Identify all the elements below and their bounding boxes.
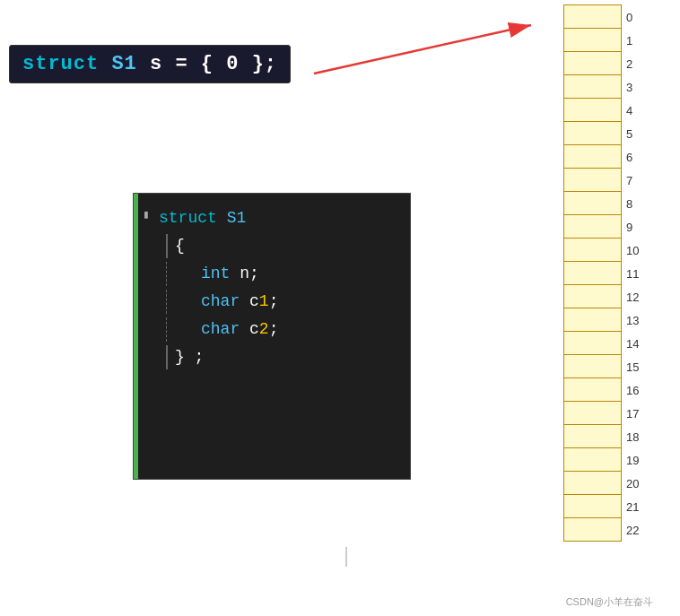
memory-cell-9	[563, 215, 622, 239]
ide-line-char-c2: char c2;	[134, 316, 410, 343]
memory-cell-5	[563, 122, 622, 145]
brace-open-char: {	[175, 237, 185, 255]
memory-cell-16	[563, 378, 622, 402]
memory-index-10: 10	[622, 239, 653, 262]
svg-line-1	[314, 25, 531, 74]
memory-index-21: 21	[622, 495, 653, 518]
keyword-struct: struct	[22, 53, 99, 75]
memory-index-22: 22	[622, 518, 653, 542]
var-n: n;	[240, 265, 259, 282]
semi-c2: ;	[269, 320, 279, 338]
memory-index-7: 7	[622, 169, 653, 192]
semi-c1: ;	[269, 292, 279, 310]
memory-cell-10	[563, 239, 622, 262]
memory-index-4: 4	[622, 99, 653, 122]
memory-index-15: 15	[622, 355, 653, 378]
memory-cell-13	[563, 308, 622, 332]
memory-index-0: 0	[622, 5, 653, 29]
memory-index-16: 16	[622, 378, 653, 402]
memory-cell-11	[563, 262, 622, 285]
ide-member-char-c2: char c2;	[174, 317, 410, 342]
green-bar	[134, 194, 138, 479]
dashed-bar-1	[166, 262, 167, 286]
memory-cell-3	[563, 75, 622, 99]
var-c2: c	[249, 320, 259, 338]
memory-index-9: 9	[622, 215, 653, 239]
memory-cell-22	[563, 518, 622, 542]
ide-line-int-n: int n;	[134, 260, 410, 288]
memory-table: 012345678910111213141516171819202122	[563, 4, 653, 542]
var-c2-num: 2	[259, 320, 269, 338]
memory-cell-19	[563, 448, 622, 472]
memory-cell-12	[563, 285, 622, 308]
memory-index-17: 17	[622, 402, 653, 425]
memory-cell-0	[563, 5, 622, 29]
memory-index-5: 5	[622, 122, 653, 145]
memory-index-1: 1	[622, 29, 653, 52]
ide-line-char-c1: char c1;	[134, 288, 410, 316]
ide-header-content: struct S1	[159, 206, 410, 230]
memory-cell-8	[563, 192, 622, 215]
ide-member-char-c1: char c1;	[174, 290, 410, 314]
memory-indices: 012345678910111213141516171819202122	[622, 4, 653, 542]
memory-cell-14	[563, 332, 622, 355]
memory-cell-21	[563, 495, 622, 518]
var-decl: s = { 0 };	[150, 53, 277, 75]
collapse-icon: ▮	[143, 206, 150, 224]
kw-struct-ide: struct	[159, 209, 217, 227]
var-c1: c	[249, 292, 259, 310]
ide-line-openbrace: {	[134, 232, 410, 260]
top-code-line: struct S1 s = { 0 };	[22, 53, 277, 75]
memory-index-18: 18	[622, 425, 653, 448]
memory-cell-2	[563, 52, 622, 75]
vertical-bar-1	[166, 234, 168, 258]
kw-s1-ide: S1	[227, 209, 247, 227]
var-c1-num: 1	[259, 292, 269, 310]
memory-index-20: 20	[622, 472, 653, 495]
memory-index-8: 8	[622, 192, 653, 215]
memory-index-13: 13	[622, 308, 653, 332]
memory-cell-20	[563, 472, 622, 495]
memory-index-2: 2	[622, 52, 653, 75]
memory-cells	[563, 4, 622, 542]
memory-index-14: 14	[622, 332, 653, 355]
memory-cell-1	[563, 29, 622, 52]
memory-index-12: 12	[622, 285, 653, 308]
memory-cell-15	[563, 355, 622, 378]
ide-brace-open: {	[175, 234, 410, 258]
type-name: S1	[111, 53, 136, 75]
dashed-bar-3	[166, 317, 167, 342]
ide-member-int-n: int n;	[174, 262, 410, 286]
memory-cell-18	[563, 425, 622, 448]
kw-int: int	[201, 265, 230, 282]
brace-close-char: } ;	[175, 348, 204, 366]
text-cursor	[345, 547, 347, 567]
memory-index-3: 3	[622, 75, 653, 99]
ide-code-block: ▮ struct S1 { int n; char c1;	[133, 193, 411, 480]
dashed-bar-2	[166, 290, 167, 314]
ide-line-closebrace: } ;	[134, 343, 410, 371]
vertical-bar-2	[166, 345, 168, 369]
memory-cell-6	[563, 145, 622, 169]
top-code-snippet: struct S1 s = { 0 };	[9, 45, 291, 83]
ide-brace-close: } ;	[175, 345, 410, 369]
kw-char-1: char	[201, 292, 240, 310]
memory-index-6: 6	[622, 145, 653, 169]
memory-cell-4	[563, 99, 622, 122]
memory-cell-17	[563, 402, 622, 425]
ide-line-header: ▮ struct S1	[134, 204, 410, 232]
memory-cell-7	[563, 169, 622, 192]
watermark: CSDN@小羊在奋斗	[566, 595, 653, 609]
memory-index-11: 11	[622, 262, 653, 285]
kw-char-2: char	[201, 320, 240, 338]
memory-index-19: 19	[622, 448, 653, 472]
